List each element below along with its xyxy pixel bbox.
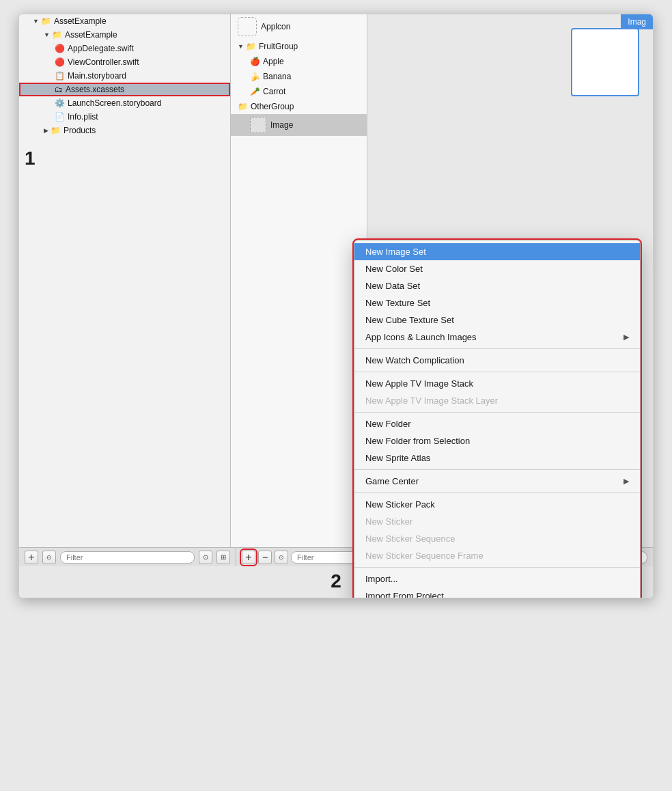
menu-item-new-sticker-pack[interactable]: New Sticker Pack	[354, 496, 640, 513]
nav-item-viewcontroller[interactable]: 🔴 ViewController.swift	[19, 55, 230, 69]
menu-item-label-new-appletv-image-stack: New Apple TV Image Stack	[365, 378, 473, 389]
asset-item-label-banana: Banana	[263, 72, 291, 81]
image-placeholder-icon	[250, 117, 266, 133]
nav-item-appdelegate[interactable]: 🔴 AppDelegate.swift	[19, 42, 230, 55]
menu-item-label-new-watch-complication: New Watch Complication	[365, 355, 464, 365]
menu-item-new-image-set[interactable]: New Image Set	[354, 243, 640, 260]
nav-item-label-appdelegate: AppDelegate.swift	[68, 44, 134, 53]
asset-group-other[interactable]: 📁 OtherGroup	[231, 99, 367, 114]
image-panel-header: Imag	[621, 14, 653, 29]
menu-item-label-new-image-set: New Image Set	[365, 247, 426, 257]
menu-item-label-app-icons: App Icons & Launch Images	[365, 332, 477, 342]
nav-item-root[interactable]: ▼ 📁 AssetExample	[19, 14, 230, 28]
file-navigator: ▼ 📁 AssetExample ▼ 📁 AssetExample 🔴 AppD…	[19, 14, 231, 547]
swift-icon-2: 🔴	[55, 57, 65, 67]
nav-item-mainstoryboard[interactable]: 📋 Main.storyboard	[19, 69, 230, 83]
menu-item-label-new-folder-from-selection: New Folder from Selection	[365, 436, 470, 446]
menu-item-app-icons[interactable]: App Icons & Launch Images ▶	[354, 329, 640, 346]
add-asset-button[interactable]: +	[242, 551, 255, 564]
scope-button[interactable]: ⊙	[42, 551, 56, 564]
fruit-group-disclosure: ▼	[238, 43, 244, 50]
context-menu: New Image Set New Color Set New Data Set…	[354, 240, 641, 598]
filter-input-left[interactable]	[60, 551, 195, 564]
menu-item-label-new-cube-texture-set: New Cube Texture Set	[365, 315, 454, 325]
menu-item-label-new-color-set: New Color Set	[365, 264, 423, 274]
nav-item-assets[interactable]: 🗂 Assets.xcassets	[19, 83, 230, 96]
menu-separator-6	[354, 567, 640, 568]
nav-item-infoplist[interactable]: 📄 Info.plist	[19, 110, 230, 124]
other-folder-icon: 📁	[238, 102, 248, 111]
asset-item-apple[interactable]: 🍎 Apple	[231, 54, 367, 69]
clock-icon-left[interactable]: ⊙	[199, 551, 212, 564]
menu-separator-1	[354, 348, 640, 349]
submenu-arrow-game-center: ▶	[624, 477, 629, 486]
menu-item-new-watch-complication[interactable]: New Watch Complication	[354, 352, 640, 369]
asset-panel: Applcon ▼ 📁 FruitGroup 🍎 Apple 🍌 Banana …	[231, 14, 367, 547]
menu-separator-3	[354, 412, 640, 413]
scope-button-right[interactable]: ⊙	[275, 551, 288, 564]
folder-icon: 📁	[41, 16, 51, 26]
menu-separator-4	[354, 469, 640, 470]
menu-item-label-game-center: Game Center	[365, 476, 419, 486]
carrot-icon: 🥕	[250, 87, 260, 96]
xcassets-icon: 🗂	[55, 85, 63, 94]
nav-item-launchscreen[interactable]: ⚙️ LaunchScreen.storyboard	[19, 96, 230, 110]
nav-item-label-launchscreen: LaunchScreen.storyboard	[68, 98, 161, 108]
menu-item-label-new-appletv-image-stack-layer: New Apple TV Image Stack Layer	[365, 395, 498, 406]
menu-item-new-color-set[interactable]: New Color Set	[354, 260, 640, 277]
menu-separator-2	[354, 372, 640, 372]
asset-group-fruit[interactable]: ▼ 📁 FruitGroup	[231, 39, 367, 54]
asset-item-banana[interactable]: 🍌 Banana	[231, 69, 367, 84]
menu-item-new-folder-from-selection[interactable]: New Folder from Selection	[354, 432, 640, 449]
asset-item-carrot[interactable]: 🥕 Carrot	[231, 84, 367, 99]
asset-item-label-image: Image	[270, 120, 293, 130]
menu-item-game-center[interactable]: Game Center ▶	[354, 473, 640, 490]
apple-icon: 🍎	[250, 57, 260, 66]
menu-item-label-new-folder: New Folder	[365, 419, 410, 429]
folder-icon-2: 📁	[52, 30, 62, 40]
menu-item-label-import: Import...	[365, 574, 398, 584]
grid-icon-left[interactable]: ⊞	[216, 551, 230, 564]
menu-item-label-new-sticker-sequence-frame: New Sticker Sequence Frame	[365, 551, 484, 561]
nav-item-products[interactable]: ▶ 📁 Products	[19, 124, 230, 137]
asset-item-image[interactable]: Image	[231, 114, 367, 136]
menu-item-new-appletv-image-stack-layer: New Apple TV Image Stack Layer	[354, 392, 640, 409]
nav-item-label-main: Main.storyboard	[68, 71, 126, 81]
menu-item-new-texture-set[interactable]: New Texture Set	[354, 294, 640, 311]
nav-item-label-assets: Assets.xcassets	[66, 85, 124, 94]
asset-item-label-apple: Apple	[263, 57, 284, 66]
menu-item-new-sticker-sequence: New Sticker Sequence	[354, 530, 640, 547]
menu-item-label-new-texture-set: New Texture Set	[365, 298, 430, 308]
menu-item-import-from-project[interactable]: Import From Project...	[354, 587, 640, 598]
menu-item-new-sprite-atlas[interactable]: New Sprite Atlas	[354, 449, 640, 467]
asset-item-appicon[interactable]: Applcon	[231, 14, 367, 39]
nav-item-assetexample[interactable]: ▼ 📁 AssetExample	[19, 28, 230, 42]
nav-item-label-infoplist: Info.plist	[68, 112, 98, 122]
menu-item-new-appletv-image-stack[interactable]: New Apple TV Image Stack	[354, 375, 640, 392]
storyboard-icon: 📋	[55, 71, 65, 81]
menu-item-label-new-data-set: New Data Set	[365, 281, 420, 291]
asset-item-label-carrot: Carrot	[263, 87, 285, 96]
asset-item-label-appicon: Applcon	[261, 22, 290, 31]
plist-icon: 📄	[55, 112, 65, 122]
disclosure-products: ▶	[44, 127, 48, 134]
nav-item-label-2: AssetExample	[65, 30, 117, 40]
nav-item-label-viewcontroller: ViewController.swift	[68, 57, 139, 67]
menu-item-new-cube-texture-set[interactable]: New Cube Texture Set	[354, 311, 640, 329]
image-drop-area	[571, 28, 639, 96]
menu-item-import[interactable]: Import...	[354, 570, 640, 587]
launchscreen-icon: ⚙️	[55, 98, 65, 108]
disclosure-icon: ▼	[33, 18, 39, 25]
menu-item-label-new-sticker-sequence: New Sticker Sequence	[365, 533, 456, 544]
swift-icon: 🔴	[55, 44, 65, 53]
other-group-label: OtherGroup	[251, 102, 294, 111]
add-file-button[interactable]: +	[25, 551, 38, 564]
menu-item-new-folder[interactable]: New Folder	[354, 415, 640, 432]
menu-item-new-data-set[interactable]: New Data Set	[354, 277, 640, 294]
products-folder-icon: 📁	[51, 126, 61, 135]
appicon-placeholder-icon	[238, 17, 257, 36]
disclosure-icon-2: ▼	[44, 31, 50, 38]
remove-asset-button[interactable]: −	[258, 551, 272, 564]
toolbar-left: + ⊙ ⊙ ⊞	[25, 548, 236, 566]
nav-item-label: AssetExample	[54, 16, 107, 26]
